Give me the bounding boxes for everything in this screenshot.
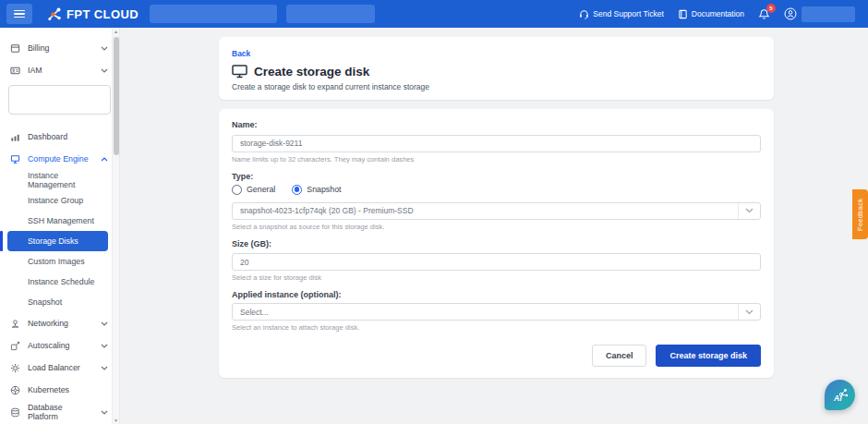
sidebar-item-kubernetes[interactable]: Kubernetes <box>0 379 119 401</box>
database-icon <box>10 407 20 418</box>
feedback-tab[interactable]: Feedback <box>852 189 868 239</box>
fpt-logo-icon <box>47 6 62 21</box>
sidebar-item-networking[interactable]: Networking <box>0 312 119 334</box>
username-redacted <box>802 6 855 22</box>
page-header-card: Back Create storage disk Create a storag… <box>219 37 774 100</box>
fpt-cloud-logo: FPT CLOUD <box>47 6 139 21</box>
project-selector-redacted[interactable] <box>8 85 111 115</box>
sidebar-item-label: Snapshot <box>28 297 62 307</box>
load-balancer-icon <box>10 363 20 373</box>
chevron-up-icon <box>101 154 108 164</box>
type-option-snapshot-label: Snapshot <box>307 185 341 194</box>
radio-unchecked-icon[interactable] <box>232 185 242 195</box>
notification-badge: 5 <box>766 4 776 13</box>
chevron-down-icon <box>101 66 108 75</box>
applied-instance-select[interactable]: Select... <box>232 303 761 321</box>
name-input[interactable] <box>232 135 761 152</box>
page-title: Create storage disk <box>254 65 369 79</box>
page-subtitle: Create a storage disk to expand current … <box>232 82 761 91</box>
notifications-button[interactable]: 5 <box>758 8 770 20</box>
type-option-snapshot[interactable]: Snapshot <box>292 185 341 195</box>
type-option-general-label: General <box>247 185 275 194</box>
sidebar-item-instance-schedule[interactable]: Instance Schedule <box>7 272 108 292</box>
hamburger-menu-button[interactable] <box>6 4 32 24</box>
sidebar-item-database-platform[interactable]: Database Platform <box>0 401 119 423</box>
sidebar-item-label: Load Balancer <box>28 363 80 372</box>
send-support-ticket-label: Send Support Ticket <box>593 9 664 18</box>
name-helper-text: Name limits up to 32 characters. They ma… <box>232 155 761 164</box>
sidebar-item-ssh-management[interactable]: SSH Management <box>7 211 108 231</box>
sidebar-item-label: Networking <box>28 319 68 328</box>
sidebar-item-autoscaling[interactable]: Autoscaling <box>0 334 119 357</box>
sidebar-item-load-balancer[interactable]: Load Balancer <box>0 357 119 379</box>
chevron-down-icon <box>101 407 108 417</box>
region-selector-redacted[interactable] <box>286 5 375 23</box>
sidebar-item-storage-disks[interactable]: Storage Disks <box>7 231 108 251</box>
chevron-down-icon <box>738 304 760 320</box>
sidebar-item-snapshot[interactable]: Snapshot <box>7 292 108 312</box>
sidebar-item-billing[interactable]: Billing <box>0 37 119 59</box>
chevron-down-icon <box>738 203 760 219</box>
sidebar-item-instance-management[interactable]: Instance Management <box>7 170 108 190</box>
snapshot-select-value: snapshot-4023-1cfp74qk (20 GB) - Premium… <box>240 206 414 215</box>
brand-text: FPT CLOUD <box>66 7 139 21</box>
ai-assistant-button[interactable]: AI <box>825 380 855 410</box>
type-option-general[interactable]: General <box>232 185 275 195</box>
sidebar-item-label: Instance Schedule <box>28 277 94 286</box>
type-label: Type: <box>232 172 761 181</box>
applied-instance-label: Applied instance (optional): <box>232 290 761 299</box>
sidebar-item-label: Instance Group <box>28 196 83 205</box>
topbar-actions: Send Support Ticket Documentation 5 <box>579 6 868 22</box>
user-avatar-icon <box>784 7 797 20</box>
documentation-book-icon <box>678 9 688 19</box>
sidebar-item-compute-engine[interactable]: Compute Engine <box>0 148 119 170</box>
scrollbar-down-arrow[interactable]: ▼ <box>114 417 118 424</box>
create-disk-form-card: Name: Name limits up to 32 characters. T… <box>219 109 774 378</box>
cancel-button[interactable]: Cancel <box>592 345 647 367</box>
sidebar-item-iam[interactable]: IAM <box>0 59 119 81</box>
sidebar-item-label: Instance Management <box>28 171 108 189</box>
support-headset-icon <box>579 9 589 19</box>
type-radio-group: General Snapshot <box>232 185 761 195</box>
iam-icon <box>10 66 20 76</box>
sidebar-item-custom-images[interactable]: Custom Images <box>7 251 108 272</box>
autoscaling-icon <box>10 341 20 351</box>
svg-text:AI: AI <box>833 394 842 403</box>
sidebar-item-label: Custom Images <box>28 257 85 266</box>
compute-engine-icon <box>10 154 20 164</box>
snapshot-select[interactable]: snapshot-4023-1cfp74qk (20 GB) - Premium… <box>232 202 761 220</box>
chevron-down-icon <box>101 341 108 350</box>
user-menu[interactable] <box>784 6 855 22</box>
sidebar-item-instance-group[interactable]: Instance Group <box>7 190 108 211</box>
size-input[interactable] <box>232 253 761 271</box>
sidebar-item-label: Billing <box>28 43 49 53</box>
chevron-down-icon <box>101 363 108 372</box>
scrollbar-up-arrow[interactable]: ▲ <box>114 28 118 35</box>
chevron-down-icon <box>101 319 108 328</box>
sidebar-item-label: Kubernetes <box>28 385 69 394</box>
sidebar-item-label: SSH Management <box>28 216 94 225</box>
sidebar-item-label: Storage Disks <box>28 236 78 246</box>
sidebar-scrollbar[interactable]: ▲ ▼ <box>112 28 119 424</box>
size-helper-text: Select a size for storage disk <box>232 273 761 282</box>
sidebar-item-label: IAM <box>28 66 42 75</box>
send-support-ticket-link[interactable]: Send Support Ticket <box>579 9 664 19</box>
name-label: Name: <box>232 120 761 129</box>
back-link[interactable]: Back <box>232 49 250 58</box>
workspace-selector-redacted[interactable] <box>150 5 277 23</box>
ai-assistant-icon: AI <box>830 385 850 406</box>
sidebar-item-label: Database Platform <box>28 403 93 421</box>
sidebar-item-label: Autoscaling <box>28 341 69 350</box>
sidebar-item-label: Compute Engine <box>28 154 89 164</box>
radio-checked-icon[interactable] <box>292 185 302 195</box>
networking-icon <box>10 319 20 329</box>
create-storage-disk-button[interactable]: Create storage disk <box>656 345 761 367</box>
main-content: Back Create storage disk Create a storag… <box>120 28 868 424</box>
sidebar: Billing IAM Dashboard Compute Engine Ins… <box>0 28 120 424</box>
kubernetes-icon <box>10 385 20 395</box>
topbar: FPT CLOUD Send Support Ticket Documentat… <box>0 0 868 28</box>
storage-disk-monitor-icon <box>232 65 247 79</box>
scrollbar-thumb[interactable] <box>114 37 119 155</box>
sidebar-item-dashboard[interactable]: Dashboard <box>0 126 119 148</box>
documentation-link[interactable]: Documentation <box>678 9 744 19</box>
